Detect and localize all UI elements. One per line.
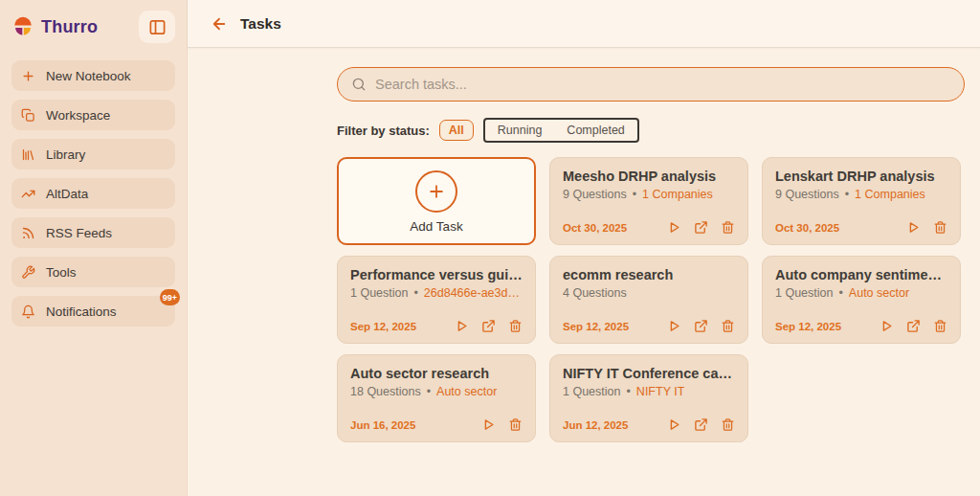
task-questions: 9 Questions [563, 188, 627, 201]
run-task-button[interactable] [906, 220, 921, 235]
play-icon [667, 220, 681, 235]
task-id-link[interactable]: 26d8466e-ae3d-4... [424, 286, 523, 300]
task-footer: Jun 12, 2025 [563, 417, 735, 432]
sidebar-collapse-button[interactable] [139, 11, 175, 43]
plus-icon [21, 69, 35, 83]
task-footer: Oct 30, 2025 [775, 220, 947, 235]
task-meta: 1 Question • Auto sector [775, 286, 947, 300]
status-filter: Filter by status: All Running Completed [337, 118, 965, 143]
task-actions [667, 220, 735, 235]
sidebar-item-label: Notifications [46, 304, 117, 319]
task-actions [906, 220, 947, 235]
play-icon [906, 220, 921, 235]
task-actions [455, 319, 523, 333]
open-task-button[interactable] [906, 319, 921, 333]
task-date: Jun 12, 2025 [563, 419, 628, 431]
delete-task-button[interactable] [933, 220, 947, 235]
sidebar-item-label: New Notebook [46, 69, 131, 83]
task-sector-link[interactable]: Auto sector [436, 385, 497, 398]
meta-separator: • [838, 286, 842, 300]
sidebar-item-library[interactable]: Library [11, 139, 175, 169]
delete-task-button[interactable] [721, 417, 735, 432]
sidebar-item-notifications[interactable]: Notifications 99+ [11, 296, 175, 327]
meta-separator: • [633, 188, 636, 201]
run-task-button[interactable] [667, 220, 681, 235]
task-date: Oct 30, 2025 [563, 222, 627, 234]
back-button[interactable] [211, 15, 228, 33]
meta-separator: • [626, 385, 630, 398]
external-link-icon [481, 319, 496, 333]
open-task-button[interactable] [481, 319, 496, 333]
task-meta: 4 Questions [563, 286, 735, 300]
meta-separator: • [413, 286, 417, 300]
delete-task-button[interactable] [721, 220, 735, 235]
delete-task-button[interactable] [508, 319, 523, 333]
task-card-auto-sector-research[interactable]: Auto sector research 18 Questions • Auto… [337, 354, 536, 442]
task-sector-link[interactable]: Auto sector [849, 286, 909, 300]
task-actions [880, 319, 947, 333]
task-card-meesho-drhp[interactable]: Meesho DRHP analysis 9 Questions • 1 Com… [549, 157, 748, 245]
task-footer: Sep 12, 2025 [350, 319, 523, 333]
tasks-grid: Add Task Meesho DRHP analysis 9 Question… [337, 157, 965, 442]
task-footer: Oct 30, 2025 [563, 220, 735, 235]
task-meta: 9 Questions • 1 Companies [775, 188, 947, 201]
run-task-button[interactable] [481, 417, 496, 432]
notifications-count-badge: 99+ [160, 289, 180, 305]
external-link-icon [694, 319, 708, 333]
filter-option-completed[interactable]: Completed [567, 124, 624, 137]
sidebar-item-label: AltData [46, 187, 88, 201]
brand-name: Thurro [41, 17, 98, 37]
task-card-performance-guidance[interactable]: Performance versus guidan... 1 Question … [337, 256, 536, 344]
task-date: Sep 12, 2025 [563, 321, 629, 332]
task-questions: 1 Question [563, 385, 620, 398]
rss-icon [21, 226, 35, 240]
external-link-icon [694, 220, 708, 235]
panel-left-icon [148, 18, 167, 36]
task-companies-link[interactable]: 1 Companies [855, 188, 925, 201]
sidebar-item-new-notebook[interactable]: New Notebook [11, 60, 175, 91]
filter-option-running[interactable]: Running [498, 124, 543, 137]
sidebar-item-rss-feeds[interactable]: RSS Feeds [11, 217, 175, 248]
task-card-ecomm-research[interactable]: ecomm research 4 Questions Sep 12, 2025 [549, 256, 748, 344]
run-task-button[interactable] [880, 319, 894, 333]
task-index-link[interactable]: NIFTY IT [636, 385, 684, 398]
tasks-content: Filter by status: All Running Completed … [188, 48, 980, 442]
sidebar-item-tools[interactable]: Tools [11, 257, 175, 287]
external-link-icon [694, 417, 708, 432]
run-task-button[interactable] [455, 319, 469, 333]
task-card-lenskart-drhp[interactable]: Lenskart DRHP analysis 9 Questions • 1 C… [762, 157, 961, 245]
task-card-nifty-it[interactable]: NIFTY IT Conference call se... 1 Questio… [549, 354, 748, 442]
play-icon [455, 319, 469, 333]
task-footer: Jun 16, 2025 [350, 417, 523, 432]
meta-separator: • [845, 188, 849, 201]
run-task-button[interactable] [667, 417, 681, 432]
thurro-logo-icon [11, 15, 34, 38]
open-task-button[interactable] [694, 220, 708, 235]
task-companies-link[interactable]: 1 Companies [642, 188, 713, 201]
open-task-button[interactable] [694, 417, 708, 432]
filter-option-all[interactable]: All [439, 120, 474, 141]
trending-up-icon [21, 187, 35, 201]
delete-task-button[interactable] [933, 319, 947, 333]
search-input[interactable] [375, 77, 950, 92]
trash-icon [721, 417, 735, 432]
task-questions: 9 Questions [775, 188, 839, 201]
page-header: Tasks [188, 0, 980, 48]
sidebar-item-label: Tools [46, 265, 77, 280]
task-card-auto-sentiment[interactable]: Auto company sentiment an... 1 Question … [762, 256, 961, 344]
plus-circle-icon [415, 170, 457, 213]
task-actions [481, 417, 523, 432]
delete-task-button[interactable] [721, 319, 735, 333]
trash-icon [721, 220, 735, 235]
brand-logo: Thurro [11, 15, 98, 38]
bell-icon [21, 304, 35, 319]
run-task-button[interactable] [667, 319, 681, 333]
sidebar-item-workspace[interactable]: Workspace [11, 100, 175, 130]
task-title: Meesho DRHP analysis [563, 169, 735, 184]
open-task-button[interactable] [694, 319, 708, 333]
delete-task-button[interactable] [508, 417, 523, 432]
sidebar-item-altdata[interactable]: AltData [11, 178, 175, 209]
add-task-card[interactable]: Add Task [337, 157, 536, 245]
task-title: Auto sector research [350, 366, 523, 381]
task-date: Sep 12, 2025 [350, 321, 416, 332]
